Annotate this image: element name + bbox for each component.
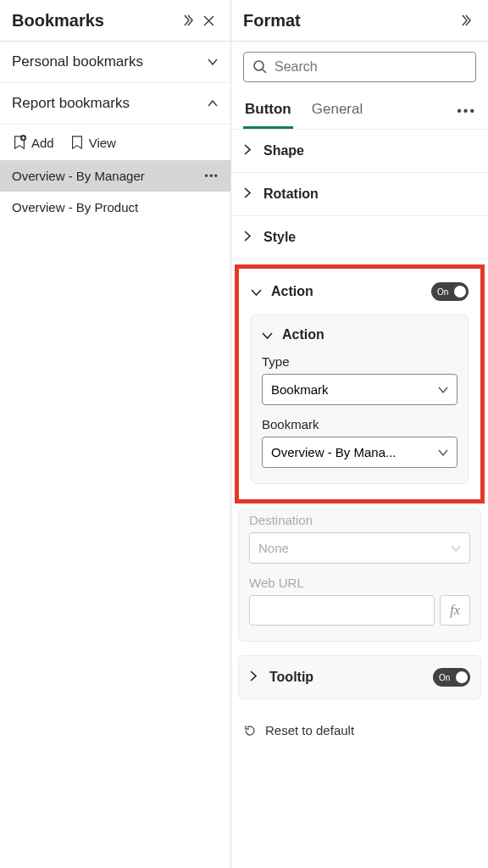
bookmarks-panel: Bookmarks Personal bookmarks Report book… (0, 0, 231, 868)
style-label: Style (263, 230, 476, 245)
type-value: Bookmark (271, 382, 431, 397)
svg-point-1 (254, 61, 263, 70)
chevron-down-icon (262, 329, 274, 342)
close-icon[interactable] (198, 10, 219, 31)
tooltip-label: Tooltip (269, 670, 433, 685)
search-input[interactable] (243, 52, 476, 82)
tooltip-toggle[interactable]: On (433, 668, 470, 687)
bookmark-item-label: Overview - By Manager (12, 169, 204, 183)
action-label: Action (271, 284, 431, 299)
destination-value: None (258, 541, 444, 555)
chevron-down-icon (438, 384, 448, 396)
reset-button[interactable]: Reset to default (231, 706, 488, 754)
shape-label: Shape (263, 143, 476, 159)
weburl-input (249, 595, 435, 626)
action-card: Action Type Bookmark Bookmark Overview -… (251, 314, 469, 484)
more-icon[interactable]: ••• (457, 103, 476, 119)
tooltip-section[interactable]: Tooltip On (238, 655, 481, 699)
more-icon[interactable]: ••• (204, 170, 219, 182)
bookmark-value: Overview - By Mana... (271, 445, 431, 459)
format-panel: Format Button General ••• Shape Rotation… (231, 0, 488, 868)
personal-bookmarks-label: Personal bookmarks (12, 53, 207, 70)
bookmarks-header: Bookmarks (0, 0, 230, 42)
tab-button[interactable]: Button (243, 92, 293, 129)
toggle-on-label: On (439, 673, 450, 682)
add-label: Add (31, 136, 54, 150)
reset-label: Reset to default (265, 723, 354, 737)
collapse-right-icon[interactable] (456, 10, 476, 31)
action-inner-header[interactable]: Action (262, 327, 458, 342)
search-field[interactable] (274, 59, 467, 75)
bookmark-item[interactable]: Overview - By Manager ••• (0, 160, 230, 192)
chevron-down-icon (451, 542, 461, 554)
tab-general[interactable]: General (310, 92, 364, 129)
bookmark-add-icon (12, 135, 27, 150)
destination-card: Destination None Web URL fx (238, 509, 481, 642)
chevron-down-icon (438, 447, 448, 459)
bookmark-select[interactable]: Overview - By Mana... (262, 437, 458, 468)
weburl-label: Web URL (249, 576, 470, 590)
toggle-knob (456, 671, 468, 683)
view-bookmark-button[interactable]: View (69, 135, 116, 150)
chevron-right-icon (243, 144, 255, 158)
bookmark-item-label: Overview - By Product (12, 200, 219, 214)
bookmark-item[interactable]: Overview - By Product (0, 192, 230, 223)
rotation-label: Rotation (263, 186, 476, 202)
collapse-right-icon[interactable] (178, 10, 198, 31)
destination-select: None (249, 532, 470, 564)
chevron-up-icon (207, 97, 219, 110)
reset-icon (243, 724, 257, 737)
format-header: Format (231, 0, 488, 42)
chevron-down-icon (207, 55, 219, 69)
report-bookmarks-label: Report bookmarks (12, 95, 207, 112)
bookmark-toolbar: Add View (0, 125, 230, 160)
toggle-on-label: On (437, 287, 448, 297)
style-section[interactable]: Style (231, 216, 488, 259)
type-label: Type (262, 354, 458, 369)
rotation-section[interactable]: Rotation (231, 173, 488, 216)
toggle-knob (454, 286, 466, 298)
action-highlight: Action On Action Type Bookmark Bookmark (235, 264, 485, 504)
bookmark-field-label: Bookmark (262, 417, 458, 431)
shape-section[interactable]: Shape (231, 130, 488, 173)
bookmark-view-icon (69, 135, 85, 150)
chevron-down-icon (251, 286, 263, 298)
action-toggle[interactable]: On (431, 282, 469, 301)
format-tabs: Button General ••• (231, 92, 488, 130)
fx-button[interactable]: fx (440, 595, 470, 626)
format-title: Format (243, 11, 456, 31)
chevron-right-icon (243, 231, 255, 244)
weburl-row: fx (249, 595, 470, 626)
chevron-right-icon (249, 670, 261, 684)
destination-label: Destination (249, 513, 470, 527)
action-section-header[interactable]: Action On (244, 275, 475, 308)
chevron-right-icon (243, 187, 255, 201)
view-label: View (89, 136, 116, 150)
action-inner-label: Action (282, 327, 458, 342)
personal-bookmarks-header[interactable]: Personal bookmarks (0, 42, 230, 83)
type-select[interactable]: Bookmark (262, 374, 458, 405)
bookmarks-title: Bookmarks (12, 11, 178, 31)
report-bookmarks-header[interactable]: Report bookmarks (0, 83, 230, 125)
search-icon (252, 59, 268, 75)
add-bookmark-button[interactable]: Add (12, 135, 54, 150)
